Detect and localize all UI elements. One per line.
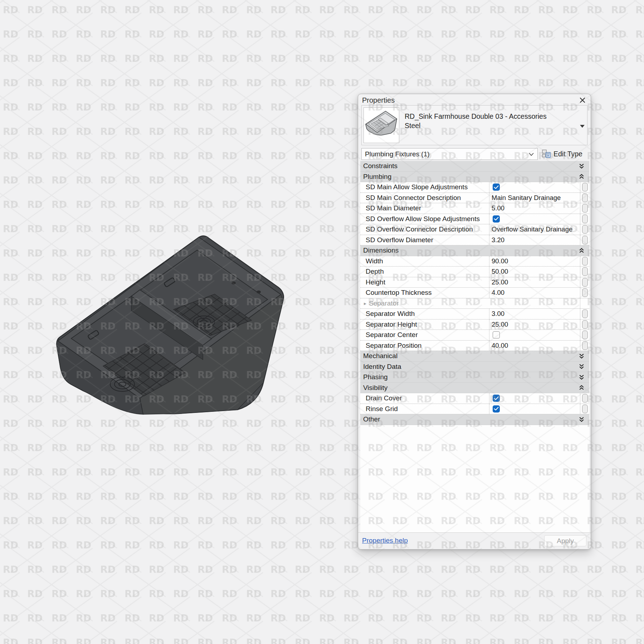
associate-parameter-button[interactable] [582,288,588,297]
section-header-other[interactable]: Other [360,414,589,425]
property-label: Height [360,277,489,288]
property-value-cell[interactable]: 90.00 [489,256,580,267]
collapse-section-icon[interactable] [579,385,585,391]
edit-type-label: Edit Type [553,150,582,158]
associate-parameter-button[interactable] [582,405,588,413]
panel-title: Properties [362,96,395,104]
associate-parameter-button[interactable] [582,278,588,287]
property-label: Separator Height [360,319,489,330]
associate-parameter-button[interactable] [582,236,588,244]
property-row-sd-overflow-allow-slope-adjustments: SD Overflow Allow Slope Adjustments [360,214,589,225]
collapse-section-icon[interactable] [579,174,585,180]
expand-section-icon[interactable] [579,374,585,380]
button-cell [580,277,589,288]
checkbox-checked[interactable] [493,184,500,191]
properties-panel: Properties RD_Sink Farmhouse Double 03 -… [358,94,591,550]
button-cell [580,319,589,330]
property-value-text: 25.00 [492,321,508,328]
property-value-text: 40.00 [492,342,508,350]
expand-section-icon[interactable] [579,416,585,423]
type-thumbnail [364,107,399,143]
property-value-cell[interactable]: 40.00 [489,341,580,351]
property-label: SD Main Allow Slope Adjustments [360,182,489,192]
type-name: RD_Sink Farmhouse Double 03 - Accessorie… [405,112,576,130]
type-dropdown-arrow-icon[interactable] [580,123,585,129]
checkbox-checked[interactable] [493,405,500,413]
property-row-width: Width90.00 [360,256,589,267]
button-cell [580,235,589,245]
property-label: Countertop Thickness [360,288,489,298]
associate-parameter-button[interactable] [582,215,588,223]
button-cell [580,393,589,404]
property-value-cell[interactable] [489,214,580,224]
property-value-cell[interactable] [489,393,580,404]
properties-help-link[interactable]: Properties help [362,537,408,545]
expand-section-icon[interactable] [579,163,585,169]
property-label: Separator Position [360,341,489,351]
collapse-section-icon[interactable] [579,248,585,254]
associate-parameter-button[interactable] [582,194,588,202]
type-family-name: RD_Sink Farmhouse Double 03 - Accessorie… [405,112,576,121]
button-cell [580,330,589,340]
button-cell [580,214,589,224]
property-value-cell[interactable]: Overflow Sanitary Drainage [489,224,580,235]
section-header-visibility[interactable]: Visibility [360,383,589,394]
section-label: Dimensions [363,247,579,254]
section-label: Identity Data [363,363,579,371]
associate-parameter-button[interactable] [582,257,588,265]
property-row-separator-width: Separator Width3.00 [360,309,589,319]
section-header-plumbing[interactable]: Plumbing [360,172,589,182]
section-header-phasing[interactable]: Phasing [360,372,589,383]
expand-section-icon[interactable] [579,364,585,370]
property-value-text: 5.00 [492,204,504,212]
property-label: SD Main Diameter [360,203,489,214]
property-value-cell[interactable]: 25.00 [489,277,580,288]
property-value-cell[interactable]: 3.20 [489,235,580,245]
property-value-cell[interactable]: 4.00 [489,288,580,298]
section-header-constraints[interactable]: Constraints [360,161,589,172]
property-value-cell[interactable]: 25.00 [489,319,580,330]
property-label: Separator Center [360,330,489,340]
property-value-cell[interactable] [489,330,580,340]
sink-3d-render [54,233,286,415]
edit-type-icon [542,149,551,160]
associate-parameter-button[interactable] [582,204,588,213]
associate-parameter-button[interactable] [582,331,588,339]
edit-type-button[interactable]: Edit Type [542,148,590,160]
associate-parameter-button[interactable] [582,225,588,234]
expand-section-icon[interactable] [579,353,585,359]
close-icon[interactable] [579,96,586,104]
property-row-separator-position: Separator Position40.00 [360,341,589,351]
button-cell [580,203,589,214]
section-header-mechanical[interactable]: Mechanical [360,351,589,362]
property-value-cell[interactable]: Main Sanitary Drainage [489,193,580,203]
associate-parameter-button[interactable] [582,309,588,318]
associate-parameter-button[interactable] [582,320,588,329]
group-row-separator: ▸Separator [360,298,589,309]
property-label: SD Overflow Diameter [360,235,489,245]
section-header-dimensions[interactable]: Dimensions [360,245,589,256]
property-value-cell[interactable] [489,182,580,192]
property-row-height: Height25.00 [360,277,589,288]
property-label: SD Overflow Allow Slope Adjustments [360,214,489,224]
button-cell [580,256,589,267]
property-value-cell[interactable] [489,404,580,414]
apply-button[interactable]: Apply [544,535,586,546]
property-row-countertop-thickness: Countertop Thickness4.00 [360,288,589,298]
associate-parameter-button[interactable] [582,341,588,350]
associate-parameter-button[interactable] [582,183,588,191]
associate-parameter-button[interactable] [582,394,588,402]
section-label: Phasing [363,373,579,381]
property-label: Drain Cover [360,393,489,404]
associate-parameter-button[interactable] [582,267,588,276]
section-label: Mechanical [363,352,579,360]
section-header-identity-data[interactable]: Identity Data [360,362,589,372]
property-value-cell[interactable]: 5.00 [489,203,580,214]
type-selector[interactable]: RD_Sink Farmhouse Double 03 - Accessorie… [361,105,587,145]
checkbox-checked[interactable] [493,215,500,223]
property-value-cell[interactable]: 50.00 [489,267,580,277]
category-filter-combo[interactable]: Plumbing Fixtures (1) [361,148,538,160]
property-value-cell[interactable]: 3.00 [489,309,580,319]
checkbox-unchecked[interactable] [493,331,500,338]
checkbox-checked[interactable] [493,395,500,402]
